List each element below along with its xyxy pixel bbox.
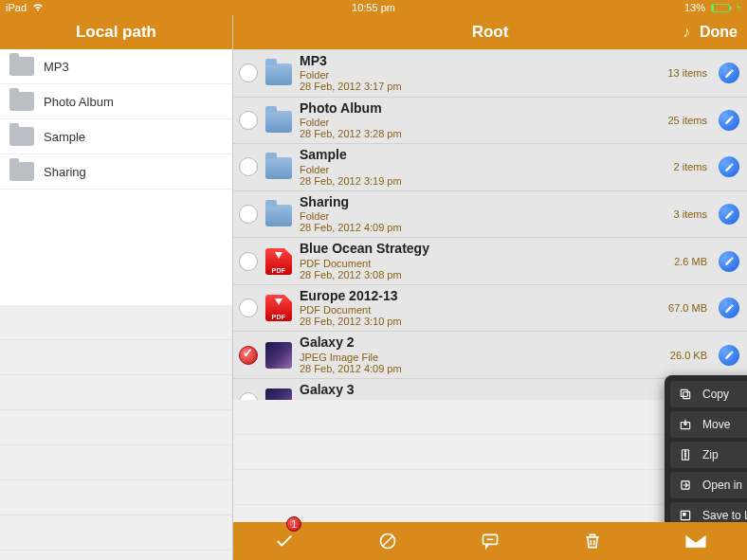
- edit-button[interactable]: [719, 298, 739, 318]
- svg-rect-6: [683, 513, 686, 516]
- edit-button[interactable]: [719, 345, 739, 366]
- file-meta: Photo AlbumFolder28 Feb, 2012 3:28 pm: [300, 101, 660, 140]
- pdf-icon: PDF: [265, 295, 292, 321]
- file-type: PDF Document: [300, 304, 661, 316]
- popover-label: Open in: [702, 479, 742, 492]
- done-button[interactable]: Done: [700, 24, 738, 41]
- main-header: Root ♪ Done: [233, 15, 747, 49]
- sidebar-item[interactable]: Sharing: [0, 154, 232, 190]
- battery-pct: 13%: [684, 2, 705, 13]
- edit-button[interactable]: [719, 204, 739, 225]
- select-checkbox[interactable]: [239, 346, 258, 365]
- file-name: Sharing: [300, 195, 666, 209]
- select-checkbox[interactable]: [239, 205, 258, 224]
- file-meta: Galaxy 2JPEG Image File28 Feb, 2012 4:09…: [300, 335, 663, 374]
- file-meta: Europe 2012-13PDF Document28 Feb, 2012 3…: [300, 289, 661, 328]
- sidebar-header: Local path: [0, 15, 232, 49]
- file-type: Folder: [300, 117, 660, 128]
- file-type: PDF Document: [300, 258, 666, 269]
- file-type: Folder: [300, 210, 666, 222]
- file-row[interactable]: Galaxy 2JPEG Image File28 Feb, 2012 4:09…: [233, 332, 747, 379]
- folder-icon: [9, 57, 34, 76]
- file-name: Galaxy 3: [300, 383, 657, 397]
- file-row[interactable]: PDFEurope 2012-13PDF Document28 Feb, 201…: [233, 285, 747, 333]
- file-type: JPEG Image File: [300, 352, 663, 363]
- zip-icon: [678, 447, 693, 462]
- sidebar-item[interactable]: Photo Album: [0, 84, 232, 119]
- image-thumbnail: [265, 342, 292, 369]
- file-size: 25 items: [667, 115, 711, 126]
- save-icon: [678, 508, 693, 523]
- select-all-button[interactable]: 1: [262, 522, 307, 560]
- bottom-toolbar: 1: [233, 522, 747, 560]
- sidebar-item-label: Sample: [44, 130, 85, 144]
- folder-icon: [9, 127, 34, 146]
- popover-item[interactable]: Zip: [670, 442, 747, 468]
- file-type: Folder: [300, 164, 666, 175]
- file-row[interactable]: Photo AlbumFolder28 Feb, 2012 3:28 pm25 …: [233, 98, 747, 145]
- folder-icon: [9, 92, 34, 111]
- clock: 10:55 pm: [352, 2, 395, 13]
- file-name: Europe 2012-13: [300, 289, 661, 303]
- action-popover: CopyMoveZipOpen inSave to Library: [665, 375, 747, 534]
- edit-button[interactable]: [719, 156, 739, 177]
- folder-icon: [265, 111, 292, 133]
- popover-label: Zip: [702, 448, 719, 461]
- folder-icon: [265, 157, 292, 179]
- main-panel: Root ♪ Done MP3Folder28 Feb, 2012 3:17 p…: [233, 15, 747, 560]
- file-row[interactable]: SharingFolder28 Feb, 2012 4:09 pm3 items: [233, 191, 747, 239]
- select-checkbox[interactable]: [239, 111, 258, 130]
- file-row[interactable]: SampleFolder28 Feb, 2012 3:19 pm2 items: [233, 144, 747, 191]
- file-size: 2.6 MB: [674, 256, 711, 267]
- file-name: Sample: [300, 148, 666, 162]
- select-checkbox[interactable]: [239, 298, 258, 317]
- move-icon: [678, 417, 693, 432]
- file-date: 28 Feb, 2012 3:17 pm: [300, 81, 660, 92]
- sidebar-item-label: MP3: [44, 60, 69, 74]
- file-name: Blue Ocean Strategy: [300, 242, 666, 256]
- file-size: 3 items: [674, 208, 711, 220]
- selection-badge: 1: [286, 516, 301, 532]
- edit-button[interactable]: [719, 63, 739, 83]
- sidebar-list: MP3Photo AlbumSampleSharing: [0, 49, 232, 305]
- file-meta: SampleFolder28 Feb, 2012 3:19 pm: [300, 148, 666, 187]
- file-row[interactable]: MP3Folder28 Feb, 2012 3:17 pm13 items: [233, 49, 747, 98]
- pdf-icon: PDF: [265, 248, 292, 275]
- comment-button[interactable]: [467, 522, 513, 560]
- battery-icon: [711, 4, 730, 12]
- folder-icon: [265, 63, 292, 85]
- select-checkbox[interactable]: [239, 157, 258, 176]
- charging-icon: ϟ: [736, 3, 741, 12]
- popover-item[interactable]: Open in: [670, 472, 747, 498]
- edit-button[interactable]: [719, 251, 739, 272]
- file-row[interactable]: PDFBlue Ocean StrategyPDF Document28 Feb…: [233, 238, 747, 285]
- sidebar-item[interactable]: MP3: [0, 49, 232, 84]
- select-checkbox[interactable]: [239, 252, 258, 271]
- popover-item[interactable]: Copy: [670, 381, 747, 407]
- mail-button[interactable]: [673, 522, 719, 560]
- device-label: iPad: [6, 2, 27, 13]
- file-size: 67.0 MB: [668, 302, 711, 314]
- wifi-icon: [32, 2, 44, 13]
- music-icon[interactable]: ♪: [683, 24, 690, 41]
- file-name: Photo Album: [300, 101, 660, 116]
- main-title: Root: [472, 23, 509, 42]
- file-date: 28 Feb, 2012 4:09 pm: [300, 363, 663, 374]
- file-meta: Blue Ocean StrategyPDF Document28 Feb, 2…: [300, 242, 666, 280]
- deselect-button[interactable]: [365, 522, 410, 560]
- status-bar: iPad 10:55 pm 13% ϟ: [0, 0, 747, 15]
- edit-button[interactable]: [719, 110, 739, 131]
- sidebar: Local path MP3Photo AlbumSampleSharing: [0, 15, 233, 560]
- delete-button[interactable]: [570, 522, 615, 560]
- svg-rect-1: [681, 389, 687, 396]
- popover-item[interactable]: Move: [670, 411, 747, 438]
- file-type: Folder: [300, 69, 660, 81]
- select-checkbox[interactable]: [239, 63, 258, 82]
- sidebar-item[interactable]: Sample: [0, 119, 232, 154]
- file-meta: SharingFolder28 Feb, 2012 4:09 pm: [300, 195, 666, 234]
- file-name: Galaxy 2: [300, 335, 663, 350]
- file-date: 28 Feb, 2012 3:08 pm: [300, 269, 666, 280]
- file-date: 28 Feb, 2012 4:09 pm: [300, 222, 666, 233]
- file-size: 2 items: [674, 161, 711, 172]
- popover-label: Save to Library: [702, 509, 747, 522]
